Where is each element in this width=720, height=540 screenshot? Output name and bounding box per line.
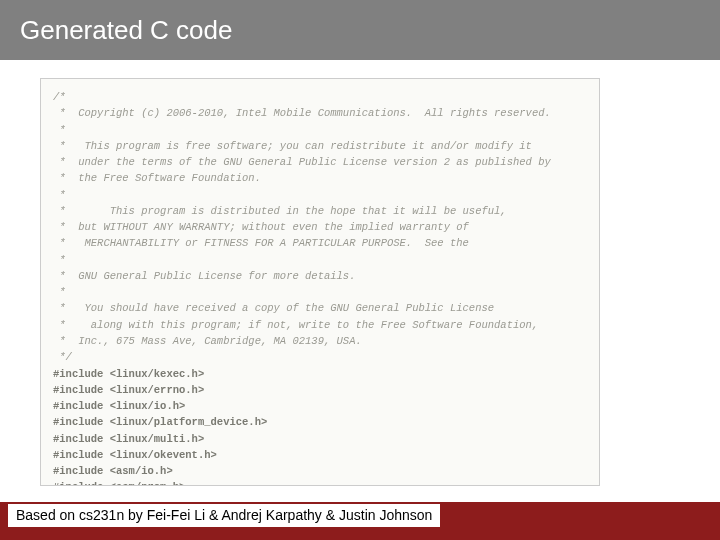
code-line: * xyxy=(53,122,587,138)
code-line: #include <linux/multi.h> xyxy=(53,431,587,447)
code-line: * GNU General Public License for more de… xyxy=(53,268,587,284)
code-line: #include <linux/io.h> xyxy=(53,398,587,414)
footer-text: Based on cs231n by Fei-Fei Li & Andrej K… xyxy=(16,507,432,523)
code-line: * This program is distributed in the hop… xyxy=(53,203,587,219)
code-line: * xyxy=(53,284,587,300)
code-line: /* xyxy=(53,89,587,105)
code-line: * Copyright (c) 2006-2010, Intel Mobile … xyxy=(53,105,587,121)
code-line: * xyxy=(53,252,587,268)
code-line: #include <asm/io.h> xyxy=(53,463,587,479)
slide-header: Generated C code xyxy=(0,0,720,60)
code-line: */ xyxy=(53,349,587,365)
code-line: #include <linux/kexec.h> xyxy=(53,366,587,382)
slide-footer: Based on cs231n by Fei-Fei Li & Andrej K… xyxy=(0,502,720,540)
slide: Generated C code /* * Copyright (c) 2006… xyxy=(0,0,720,540)
footer-text-container: Based on cs231n by Fei-Fei Li & Andrej K… xyxy=(8,504,440,527)
code-line: * xyxy=(53,187,587,203)
code-line: * the Free Software Foundation. xyxy=(53,170,587,186)
code-line: #include <linux/errno.h> xyxy=(53,382,587,398)
code-line: * MERCHANTABILITY or FITNESS FOR A PARTI… xyxy=(53,235,587,251)
code-block: /* * Copyright (c) 2006-2010, Intel Mobi… xyxy=(40,78,600,486)
code-line: * under the terms of the GNU General Pub… xyxy=(53,154,587,170)
code-line: * along with this program; if not, write… xyxy=(53,317,587,333)
code-line: #include <asm/prom.h> xyxy=(53,479,587,486)
code-line: * Inc., 675 Mass Ave, Cambridge, MA 0213… xyxy=(53,333,587,349)
code-line: * You should have received a copy of the… xyxy=(53,300,587,316)
code-line: * but WITHOUT ANY WARRANTY; without even… xyxy=(53,219,587,235)
code-line: * This program is free software; you can… xyxy=(53,138,587,154)
code-line: #include <linux/okevent.h> xyxy=(53,447,587,463)
code-line: #include <linux/platform_device.h> xyxy=(53,414,587,430)
slide-title: Generated C code xyxy=(20,15,232,46)
